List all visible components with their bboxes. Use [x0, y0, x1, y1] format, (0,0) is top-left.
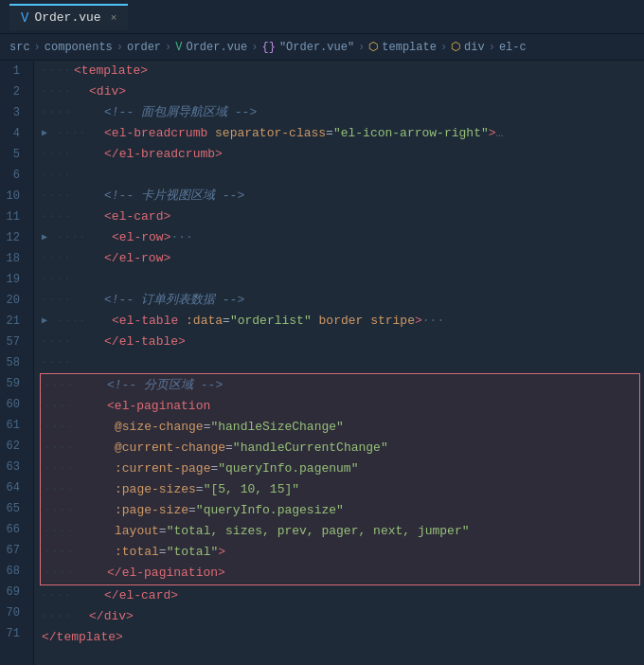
code-line-71: </template>	[38, 627, 644, 648]
gutter-64: ····	[45, 479, 75, 500]
code-line-67: ···· :total="total">	[41, 542, 639, 563]
gutter-58: ····	[42, 352, 72, 373]
tab-close-button[interactable]: ×	[111, 12, 117, 24]
ln-68: 68	[0, 561, 26, 582]
bc-sep-4: ›	[251, 41, 258, 54]
code-line-2: ···· <div>	[38, 81, 644, 102]
ln-65: 65	[0, 498, 26, 519]
ln-11: 11	[0, 207, 26, 227]
code-content: ···· <template> ···· <div> ···· <!-- 面包屑…	[34, 61, 644, 665]
gutter-68: ····	[45, 563, 75, 584]
bc-obj-icon: {}	[261, 41, 275, 54]
ln-66: 66	[0, 519, 26, 540]
code-line-6: ····	[38, 165, 644, 186]
code-line-1: ···· <template>	[38, 61, 644, 81]
code-line-12: ···· <el-row>···	[38, 227, 644, 248]
code-line-11: ···· <el-card>	[38, 207, 644, 227]
bc-components: components	[45, 41, 113, 54]
tab-label: Order.vue	[34, 10, 100, 25]
ln-57: 57	[0, 332, 26, 352]
bc-sep-6: ›	[440, 41, 447, 54]
bc-quote: "Order.vue"	[279, 41, 354, 54]
ln-5: 5	[0, 144, 26, 165]
ln-62: 62	[0, 436, 26, 457]
code-line-68: ···· </el-pagination>	[41, 563, 639, 584]
ln-3: 3	[0, 102, 26, 123]
editor: 1 2 3 4 5 6 10 11 12 18 19 20 21 57 58 5…	[0, 61, 644, 665]
fold-arrow-4[interactable]	[42, 123, 53, 144]
bc-sep-5: ›	[358, 41, 365, 54]
gutter-5: ····	[42, 144, 72, 165]
bc-sep-7: ›	[489, 41, 495, 54]
ln-64: 64	[0, 477, 26, 498]
gutter-69: ····	[42, 585, 72, 606]
gutter-10: ····	[42, 186, 72, 207]
gutter-63: ····	[45, 458, 75, 479]
gutter-6: ····	[42, 165, 72, 186]
code-line-60: ···· <el-pagination	[41, 396, 639, 417]
code-line-62: ···· @current-change="handleCurrentChang…	[41, 438, 639, 458]
file-tab[interactable]: V Order.vue ×	[9, 4, 128, 30]
code-line-63: ···· :current-page="queryInfo.pagenum"	[41, 458, 639, 479]
gutter-4: ····	[57, 123, 87, 144]
gutter-2: ····	[42, 81, 72, 102]
code-line-69: ···· </el-card>	[38, 585, 644, 606]
bc-div-icon: ⬡	[451, 40, 460, 54]
ln-18: 18	[0, 248, 26, 269]
gutter-70: ····	[42, 606, 72, 627]
bc-div: div	[464, 41, 485, 54]
bc-sep-2: ›	[116, 41, 123, 54]
code-line-3: ···· <!-- 面包屑导航区域 -->	[38, 102, 644, 123]
code-line-10: ···· <!-- 卡片视图区域 -->	[38, 186, 644, 207]
gutter-18: ····	[42, 248, 72, 269]
bc-src: src	[9, 41, 30, 54]
code-line-21: ···· <el-table :data="orderlist" border …	[38, 311, 644, 332]
fold-arrow-21[interactable]	[42, 311, 53, 332]
ln-4: 4	[0, 123, 26, 144]
code-line-61: ···· @size-change="handleSizeChange"	[41, 417, 639, 438]
ln-63: 63	[0, 457, 26, 477]
code-line-19: ····	[38, 269, 644, 290]
ln-60: 60	[0, 394, 26, 415]
line-numbers: 1 2 3 4 5 6 10 11 12 18 19 20 21 57 58 5…	[0, 61, 34, 665]
gutter-62: ····	[45, 438, 75, 458]
ln-59: 59	[0, 373, 26, 394]
breadcrumb-bar: src › components › order › V Order.vue ›…	[0, 34, 644, 61]
gutter-3: ····	[42, 102, 72, 123]
gutter-66: ····	[45, 521, 75, 542]
gutter-61: ····	[45, 417, 75, 438]
ln-71: 71	[0, 623, 26, 644]
gutter-1: ····	[42, 61, 72, 81]
gutter-11: ····	[42, 207, 72, 227]
ln-58: 58	[0, 352, 26, 373]
code-line-18: ···· </el-row>	[38, 248, 644, 269]
code-line-64: ···· :page-sizes="[5, 10, 15]"	[41, 479, 639, 500]
code-line-58: ····	[38, 352, 644, 373]
bc-vue-icon: V	[175, 41, 182, 54]
gutter-12: ····	[57, 227, 87, 248]
code-line-4: ···· <el-breadcrumb separator-class="el-…	[38, 123, 644, 144]
code-line-20: ···· <!-- 订单列表数据 -->	[38, 290, 644, 311]
vue-icon: V	[21, 10, 28, 26]
bc-sep-1: ›	[34, 41, 41, 54]
ln-67: 67	[0, 540, 26, 561]
bc-sep-3: ›	[165, 41, 171, 54]
ln-1: 1	[0, 61, 26, 81]
ln-70: 70	[0, 602, 26, 623]
ln-69: 69	[0, 582, 26, 602]
ln-20: 20	[0, 290, 26, 311]
code-line-57: ···· </el-table>	[38, 332, 644, 352]
ln-61: 61	[0, 415, 26, 436]
title-bar: V Order.vue ×	[0, 0, 644, 34]
bc-template: template	[382, 41, 437, 54]
gutter-60: ····	[45, 396, 75, 417]
gutter-20: ····	[42, 290, 72, 311]
ln-19: 19	[0, 269, 26, 290]
fold-arrow-12[interactable]	[42, 227, 53, 248]
ln-6: 6	[0, 165, 26, 186]
bc-template-icon: ⬡	[368, 40, 378, 54]
code-line-59: ···· <!-- 分页区域 -->	[41, 375, 639, 396]
ln-21: 21	[0, 311, 26, 332]
code-line-5: ···· </el-breadcrumb>	[38, 144, 644, 165]
ln-2: 2	[0, 81, 26, 102]
